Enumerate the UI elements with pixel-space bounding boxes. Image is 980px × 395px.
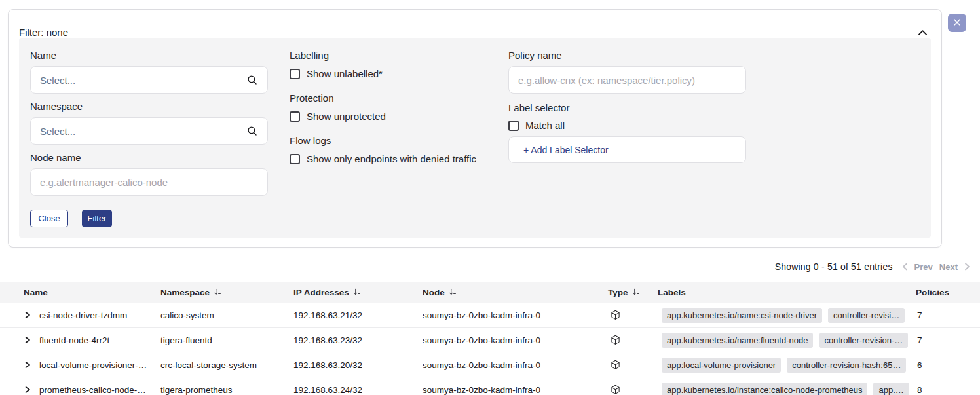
table-row[interactable]: prometheus-calico-node-… tigera-promethe… bbox=[0, 377, 980, 395]
label-chip: controller-revision-… bbox=[819, 333, 908, 348]
match-all-checkbox[interactable]: Match all bbox=[508, 120, 565, 131]
label-chip: app.kubernetes.io/name:csi-node-driver bbox=[662, 308, 822, 323]
cube-icon bbox=[611, 303, 620, 328]
label-chip: app.kubernetes.io/instance:calico-node-p… bbox=[662, 383, 867, 395]
policy-field-label: Policy name bbox=[508, 50, 562, 62]
checkbox-icon[interactable] bbox=[290, 154, 300, 164]
table-header: Name Namespace IP Addresses Node Type La… bbox=[0, 282, 980, 303]
chevron-left-icon[interactable] bbox=[902, 263, 908, 271]
filter-actions: Close Filter bbox=[30, 210, 112, 227]
endpoint-policies-count: 8 bbox=[917, 377, 922, 395]
protection-heading: Protection bbox=[290, 92, 334, 104]
endpoint-name: local-volume-provisioner-… bbox=[39, 352, 147, 377]
close-icon bbox=[953, 18, 961, 28]
prev-button[interactable]: Prev bbox=[914, 262, 933, 272]
filter-column-right: Policy name Label selector Match all + A… bbox=[508, 38, 746, 238]
sort-icon[interactable] bbox=[353, 288, 362, 298]
column-header-type[interactable]: Type bbox=[608, 282, 641, 303]
endpoint-namespace: crc-local-storage-system bbox=[160, 352, 257, 377]
add-label-selector-button[interactable]: + Add Label Selector bbox=[508, 136, 746, 163]
label-chip: app.kubernetes.io/name:fluentd-node bbox=[662, 333, 813, 348]
column-header-ip-addresses[interactable]: IP Addresses bbox=[293, 282, 362, 303]
sort-icon[interactable] bbox=[449, 288, 457, 298]
column-header-labels: Labels bbox=[658, 282, 686, 303]
close-panel-button[interactable] bbox=[948, 14, 966, 32]
endpoint-name: csi-node-driver-tzdmm bbox=[39, 303, 127, 328]
endpoint-name: prometheus-calico-node-… bbox=[39, 377, 146, 395]
next-button[interactable]: Next bbox=[939, 262, 958, 272]
pagination-bar: Showing 0 - 51 of 51 entries Prev Next bbox=[775, 260, 970, 273]
endpoint-ip: 192.168.63.23/32 bbox=[293, 328, 362, 352]
row-expand-chevron-icon[interactable] bbox=[24, 352, 31, 377]
endpoint-node: soumya-bz-0zbo-kadm-infra-0 bbox=[423, 328, 540, 352]
endpoint-node: soumya-bz-0zbo-kadm-infra-0 bbox=[423, 352, 540, 377]
table-row[interactable]: csi-node-driver-tzdmm calico-system 192.… bbox=[0, 303, 980, 328]
filter-column-left: Name Namespace Node name bbox=[30, 38, 268, 238]
namespace-field-label: Namespace bbox=[30, 101, 83, 113]
endpoint-ip: 192.168.63.20/32 bbox=[293, 352, 362, 377]
endpoint-ip: 192.168.63.24/32 bbox=[293, 377, 362, 395]
endpoint-namespace: tigera-fluentd bbox=[160, 328, 212, 352]
table-row[interactable]: local-volume-provisioner-… crc-local-sto… bbox=[0, 352, 980, 377]
node-name-input[interactable] bbox=[40, 177, 258, 188]
endpoint-namespace: calico-system bbox=[160, 303, 214, 328]
column-header-namespace[interactable]: Namespace bbox=[160, 282, 222, 303]
endpoints-table: Name Namespace IP Addresses Node Type La… bbox=[0, 282, 980, 395]
endpoint-policies-count: 6 bbox=[917, 352, 922, 377]
namespace-select[interactable] bbox=[30, 117, 268, 145]
show-unprotected-label: Show unprotected bbox=[307, 111, 386, 122]
row-expand-chevron-icon[interactable] bbox=[24, 377, 31, 395]
name-select-input[interactable] bbox=[40, 75, 241, 86]
column-header-node[interactable]: Node bbox=[423, 282, 457, 303]
collapse-panel-button[interactable] bbox=[916, 27, 928, 39]
sort-icon[interactable] bbox=[214, 288, 222, 298]
endpoint-name: fluentd-node-4rr2t bbox=[39, 328, 109, 352]
denied-traffic-checkbox[interactable]: Show only endpoints with denied traffic bbox=[290, 153, 476, 164]
match-all-label: Match all bbox=[525, 120, 565, 131]
checkbox-icon[interactable] bbox=[290, 111, 300, 122]
node-field-label: Node name bbox=[30, 152, 81, 164]
name-select[interactable] bbox=[30, 66, 268, 94]
label-chip: app.… bbox=[873, 383, 909, 395]
endpoint-node: soumya-bz-0zbo-kadm-infra-0 bbox=[423, 303, 540, 328]
show-unprotected-checkbox[interactable]: Show unprotected bbox=[290, 111, 386, 122]
row-expand-chevron-icon[interactable] bbox=[24, 303, 31, 328]
row-expand-chevron-icon[interactable] bbox=[24, 328, 31, 352]
pager: Prev Next bbox=[902, 262, 970, 272]
filter-column-middle: Labelling Show unlabelled* Protection Sh… bbox=[290, 38, 506, 238]
endpoint-ip: 192.168.63.21/32 bbox=[293, 303, 362, 328]
endpoints-page: Filter: none Name Namespace bbox=[0, 0, 980, 395]
sort-icon[interactable] bbox=[632, 288, 641, 298]
label-chip: app:local-volume-provisioner bbox=[662, 358, 781, 373]
search-icon bbox=[246, 74, 258, 86]
filter-button[interactable]: Filter bbox=[82, 210, 112, 227]
endpoint-labels: app:local-volume-provisioner controller-… bbox=[662, 352, 912, 377]
column-header-policies: Policies bbox=[916, 282, 949, 303]
cube-icon bbox=[611, 328, 620, 352]
endpoint-policies-count: 7 bbox=[917, 303, 922, 328]
endpoint-labels: app.kubernetes.io/name:fluentd-node cont… bbox=[662, 328, 914, 352]
endpoint-labels: app.kubernetes.io/instance:calico-node-p… bbox=[662, 377, 915, 395]
filter-panel-title: Filter: none bbox=[19, 27, 68, 38]
column-header-name: Name bbox=[24, 282, 48, 303]
policy-name-input[interactable] bbox=[518, 75, 736, 86]
endpoint-labels: app.kubernetes.io/name:csi-node-driver c… bbox=[662, 303, 911, 328]
checkbox-icon[interactable] bbox=[508, 121, 519, 131]
checkbox-icon[interactable] bbox=[290, 69, 300, 79]
show-unlabelled-checkbox[interactable]: Show unlabelled* bbox=[290, 68, 383, 79]
cube-icon bbox=[611, 352, 620, 377]
node-name-field[interactable] bbox=[30, 168, 268, 196]
labelling-heading: Labelling bbox=[290, 50, 329, 62]
endpoint-node: soumya-bz-0zbo-kadm-infra-0 bbox=[423, 377, 540, 395]
table-row[interactable]: fluentd-node-4rr2t tigera-fluentd 192.16… bbox=[0, 328, 980, 352]
chevron-right-icon[interactable] bbox=[964, 263, 970, 271]
endpoint-namespace: tigera-prometheus bbox=[160, 377, 233, 395]
endpoint-policies-count: 7 bbox=[917, 328, 922, 352]
cube-icon bbox=[611, 377, 620, 395]
filter-panel: Filter: none Name Namespace bbox=[8, 9, 942, 248]
close-button[interactable]: Close bbox=[30, 210, 68, 227]
namespace-select-input[interactable] bbox=[40, 126, 241, 137]
filter-form: Name Namespace Node name bbox=[19, 38, 931, 238]
name-field-label: Name bbox=[30, 50, 56, 62]
policy-name-field[interactable] bbox=[508, 66, 746, 94]
